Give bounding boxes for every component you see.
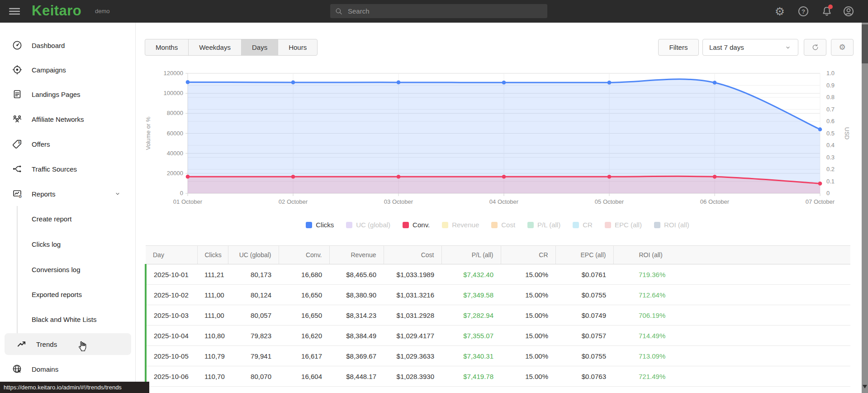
chart-settings-button[interactable]: ⚙ [831, 39, 854, 56]
column-header-p-l-all[interactable]: P/L (all) [441, 246, 501, 264]
cell-cr: 15.00% [501, 264, 555, 285]
cell-cost: $1,033.1989 [384, 264, 441, 285]
sidebar-item-label: Conversions log [32, 266, 81, 273]
column-header-clicks[interactable]: Clicks [197, 246, 228, 264]
table-row[interactable]: 2025-10-0744,4044,4776,660$4,093.04$727.… [146, 387, 850, 393]
cell-day: 2025-10-07 [146, 387, 197, 393]
legend-item-epc-all[interactable]: EPC (all) [605, 221, 642, 229]
cell-cr: 15.00% [501, 346, 555, 366]
sidebar-item-dashboard[interactable]: Dashboard [0, 35, 136, 55]
help-button[interactable]: ? [797, 5, 810, 18]
sidebar-item-reports[interactable]: ⚙Reports [0, 184, 136, 204]
date-range-select[interactable]: Last 7 days [702, 39, 798, 56]
legend-item-cost[interactable]: Cost [491, 221, 515, 229]
column-header-epc-all[interactable]: EPC (all) [555, 246, 613, 264]
column-header-roi-all[interactable]: ROI (all) [613, 246, 850, 264]
legend-label: Revenue [452, 221, 479, 229]
cell-cost: $727.9092 [384, 387, 441, 393]
sidebar-item-exported-reports[interactable]: Exported reports [0, 284, 136, 304]
filters-button[interactable]: Filters [658, 39, 699, 56]
refresh-button[interactable] [804, 39, 826, 56]
sidebar-item-label: Landings Pages [32, 91, 81, 98]
sidebar-item-campaigns[interactable]: Campaigns [0, 60, 136, 80]
cell-revenue: $8,369.67 [329, 346, 384, 366]
column-header-cost[interactable]: Cost [384, 246, 441, 264]
gear-icon: ⚙ [839, 43, 845, 52]
scrollbar-thumb[interactable] [862, 24, 868, 63]
legend-item-cr[interactable]: CR [573, 221, 593, 229]
bell-button[interactable] [821, 5, 833, 18]
sidebar-item-trends[interactable]: Trends [5, 333, 131, 355]
sidebar-item-label: Trends [36, 340, 57, 348]
user-button[interactable] [842, 5, 855, 18]
cell-cost: $1,029.3633 [384, 346, 441, 366]
scrollbar-down-arrow[interactable] [863, 385, 867, 388]
sidebar-item-domains[interactable]: Domains [0, 359, 136, 379]
sidebar-item-create-report[interactable]: Create report [0, 209, 136, 229]
legend-label: ROI (all) [664, 221, 689, 229]
legend-swatch [306, 222, 312, 228]
app-logo[interactable]: Keitaro [32, 3, 81, 19]
legend-item-conv[interactable]: Conv. [403, 221, 430, 229]
legend-item-p-l-all[interactable]: P/L (all) [527, 221, 560, 229]
search-input[interactable] [347, 7, 543, 15]
sidebar-item-conversions-log[interactable]: Conversions log [0, 259, 136, 279]
svg-text:0.1: 0.1 [826, 178, 835, 185]
cell-clicks: 111,00 [197, 305, 228, 326]
column-header-conv[interactable]: Conv. [279, 246, 329, 264]
legend-swatch [403, 222, 409, 228]
column-header-day[interactable]: Day [146, 246, 197, 264]
svg-text:$: $ [18, 141, 20, 144]
cell-epc-all: $0.0922 [555, 387, 613, 393]
tab-months[interactable]: Months [145, 39, 188, 55]
cell-clicks: 110,70 [197, 366, 228, 387]
legend-swatch [573, 222, 579, 228]
search-bar[interactable] [330, 4, 547, 18]
cell-roi-all: 712.64% [613, 285, 850, 305]
legend-item-roi-all[interactable]: ROI (all) [654, 221, 689, 229]
column-header-uc-global[interactable]: UC (global) [228, 246, 279, 264]
cell-uc-global: 80,057 [228, 305, 279, 326]
tab-hours[interactable]: Hours [278, 39, 317, 55]
table-row[interactable]: 2025-10-01111,2180,17316,680$8,465.60$1,… [146, 264, 850, 285]
gear-button[interactable]: ⚙ [773, 5, 786, 18]
svg-text:40000: 40000 [167, 150, 183, 157]
cell-day: 2025-10-06 [146, 366, 197, 387]
top-bar: Keitaro demo ⚙? [0, 0, 868, 23]
environment-label: demo [95, 8, 110, 14]
legend-label: UC (global) [356, 221, 390, 229]
table-row[interactable]: 2025-10-02111,0080,12416,650$8,380.90$1,… [146, 285, 850, 305]
user-icon [842, 11, 855, 19]
legend-item-revenue[interactable]: Revenue [442, 221, 479, 229]
cell-epc-all: $0.0761 [555, 264, 613, 285]
sidebar-item-label: Campaigns [32, 66, 66, 74]
sidebar-item-clicks-log[interactable]: Clicks log [0, 234, 136, 254]
sidebar-item-black-and-white-lists[interactable]: Black and White Lists [0, 309, 136, 329]
svg-text:80000: 80000 [167, 110, 183, 116]
table-row[interactable]: 2025-10-05110,7979,94116,617$8,369.67$1,… [146, 346, 850, 366]
svg-text:0.7: 0.7 [826, 106, 835, 113]
cell-revenue: $8,384.49 [329, 326, 384, 346]
sidebar-item-offers[interactable]: $Offers [0, 134, 136, 154]
tab-weekdays[interactable]: Weekdays [188, 39, 241, 55]
campaigns-icon [12, 64, 23, 75]
table-row[interactable]: 2025-10-04110,8079,82316,620$8,384.49$1,… [146, 326, 850, 346]
chevron-down-icon [784, 44, 792, 51]
cell-conv: 16,604 [279, 366, 329, 387]
sidebar-item-traffic-sources[interactable]: Traffic Sources [0, 159, 136, 179]
column-header-cr[interactable]: CR [501, 246, 555, 264]
domains-icon [12, 364, 23, 374]
cell-conv: 16,680 [279, 264, 329, 285]
column-header-revenue[interactable]: Revenue [329, 246, 384, 264]
sidebar: DashboardCampaignsLandings PagesAffiliat… [0, 23, 136, 393]
legend-item-uc-global[interactable]: UC (global) [346, 221, 390, 229]
legend-item-clicks[interactable]: Clicks [306, 221, 334, 229]
traffic-sources-icon [12, 163, 23, 174]
sidebar-item-affiliate-networks[interactable]: Affiliate Networks [0, 109, 136, 129]
cell-clicks: 111,00 [197, 285, 228, 305]
table-row[interactable]: 2025-10-03111,0080,05716,650$8,314.23$1,… [146, 305, 850, 326]
tab-days[interactable]: Days [241, 39, 278, 55]
menu-icon[interactable] [7, 5, 20, 17]
table-row[interactable]: 2025-10-06110,7080,07016,604$8,448.17$1,… [146, 366, 850, 387]
sidebar-item-landings-pages[interactable]: Landings Pages [0, 84, 136, 104]
